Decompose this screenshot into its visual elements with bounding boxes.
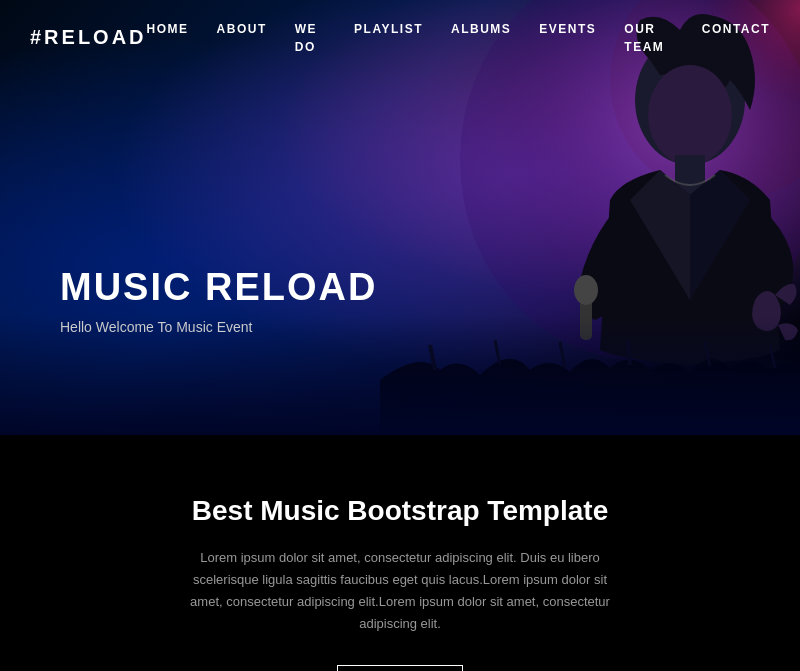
- nav-link-about[interactable]: ABOUT: [217, 22, 267, 36]
- nav-item-our-team[interactable]: OUR TEAM: [624, 19, 673, 55]
- nav-link-playlist[interactable]: PLAYLIST: [354, 22, 423, 36]
- nav-item-contact[interactable]: CONTACT: [702, 19, 770, 55]
- nav-item-playlist[interactable]: PLAYLIST: [354, 19, 423, 55]
- hero-title: MUSIC RELOAD: [60, 267, 377, 309]
- nav-link-albums[interactable]: ALBUMS: [451, 22, 511, 36]
- playlist-button[interactable]: PLAYLIST: [337, 665, 463, 671]
- nav-links: HOME ABOUT WE DO PLAYLIST ALBUMS EVENTS …: [147, 19, 770, 55]
- brand-logo[interactable]: #RELOAD: [30, 26, 147, 49]
- hero-content: MUSIC RELOAD Hello Welcome To Music Even…: [60, 267, 377, 335]
- section-heading: Best Music Bootstrap Template: [30, 495, 770, 527]
- nav-item-home[interactable]: HOME: [147, 19, 189, 55]
- svg-point-6: [574, 275, 598, 305]
- nav-item-we-do[interactable]: WE DO: [295, 19, 326, 55]
- nav-link-events[interactable]: EVENTS: [539, 22, 596, 36]
- hero-subtitle: Hello Welcome To Music Event: [60, 319, 377, 335]
- section-body: Lorem ipsum dolor sit amet, consectetur …: [180, 547, 620, 635]
- nav-link-home[interactable]: HOME: [147, 22, 189, 36]
- nav-item-albums[interactable]: ALBUMS: [451, 19, 511, 55]
- nav-link-our-team[interactable]: OUR TEAM: [624, 22, 664, 54]
- svg-point-3: [648, 65, 732, 165]
- navbar: #RELOAD HOME ABOUT WE DO PLAYLIST ALBUMS…: [0, 0, 800, 74]
- nav-item-about[interactable]: ABOUT: [217, 19, 267, 55]
- info-section: Best Music Bootstrap Template Lorem ipsu…: [0, 435, 800, 671]
- nav-link-we-do[interactable]: WE DO: [295, 22, 317, 54]
- nav-link-contact[interactable]: CONTACT: [702, 22, 770, 36]
- nav-item-events[interactable]: EVENTS: [539, 19, 596, 55]
